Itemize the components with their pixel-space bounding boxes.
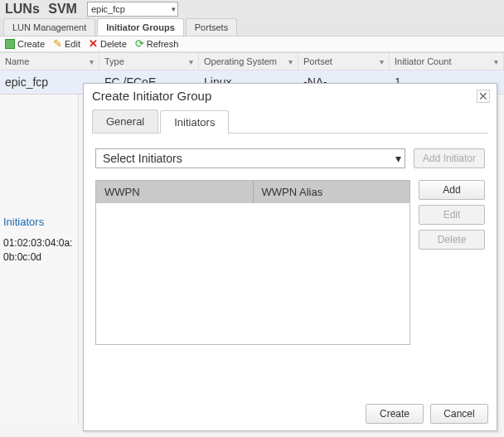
refresh-button[interactable]: ⟳ Refresh	[135, 39, 179, 49]
edit-button[interactable]: ✎ Edit	[53, 39, 80, 49]
filter-icon[interactable]: ▾	[380, 57, 384, 66]
add-button[interactable]: Add	[419, 180, 485, 200]
chevron-down-icon: ▾	[172, 5, 176, 13]
filter-icon[interactable]: ▾	[189, 57, 193, 66]
col-type[interactable]: Type ▾	[99, 53, 199, 70]
tab-initiator-groups[interactable]: Initiator Groups	[97, 18, 184, 36]
wwpn-table: WWPN WWPN Alias	[95, 180, 410, 345]
chevron-down-icon: ▾	[395, 152, 401, 165]
delete-button[interactable]: Delete	[419, 230, 485, 250]
select-initiators-dropdown[interactable]: Select Initiators ▾	[95, 148, 405, 168]
col-name[interactable]: Name ▾	[0, 53, 99, 70]
wwpn-table-body	[96, 203, 410, 344]
create-button[interactable]: Create	[366, 404, 424, 424]
page-title: LUNs SVM	[5, 2, 82, 17]
grid-header: Name ▾ Type ▾ Operating System ▾ Portset…	[0, 52, 504, 70]
edit-button[interactable]: Edit	[419, 205, 485, 225]
col-wwpn-alias[interactable]: WWPN Alias	[254, 181, 410, 203]
col-initiator-count[interactable]: Initiator Count ▾	[390, 53, 504, 70]
create-icon	[5, 39, 15, 49]
filter-icon[interactable]: ▾	[494, 57, 498, 66]
side-panel: Initiators 01:02:03:04:0a:0b:0c:0d	[0, 95, 79, 424]
toolbar: Create ✎ Edit ✕ Delete ⟳ Refresh	[0, 36, 504, 52]
tab-initiators[interactable]: Initiators	[160, 110, 229, 134]
tab-general[interactable]: General	[92, 109, 158, 133]
col-wwpn[interactable]: WWPN	[96, 181, 254, 203]
filter-icon[interactable]: ▾	[288, 57, 293, 66]
refresh-icon: ⟳	[135, 39, 144, 49]
create-button[interactable]: Create	[5, 39, 45, 49]
dialog-tabs: General Initiators	[92, 109, 488, 134]
col-portset[interactable]: Portset ▾	[298, 53, 390, 70]
luns-label: LUNs	[5, 2, 40, 16]
tab-lun-management[interactable]: LUN Management	[3, 18, 95, 36]
initiator-wwpn: 01:02:03:04:0a:0b:0c:0d	[3, 236, 75, 265]
initiators-header: Initiators	[3, 216, 75, 228]
main-tabs: LUN Management Initiator Groups Portsets	[0, 18, 504, 36]
top-bar: LUNs SVM epic_fcp ▾	[0, 0, 504, 18]
add-initiator-button[interactable]: Add Initiator	[414, 148, 485, 168]
filter-icon[interactable]: ▾	[90, 57, 94, 66]
close-icon[interactable]: ✕	[477, 90, 490, 103]
svm-dropdown[interactable]: epic_fcp ▾	[87, 2, 178, 17]
col-os[interactable]: Operating System ▾	[199, 53, 298, 70]
delete-icon: ✕	[89, 39, 98, 49]
svm-value: epic_fcp	[91, 4, 125, 14]
dialog-title: Create Initiator Group	[92, 89, 211, 103]
create-initiator-group-dialog: Create Initiator Group ✕ General Initiat…	[83, 83, 497, 431]
delete-button[interactable]: ✕ Delete	[89, 39, 127, 49]
pencil-icon: ✎	[53, 39, 62, 49]
svm-label: SVM	[48, 2, 77, 16]
tab-portsets[interactable]: Portsets	[186, 18, 237, 36]
cancel-button[interactable]: Cancel	[430, 404, 488, 424]
